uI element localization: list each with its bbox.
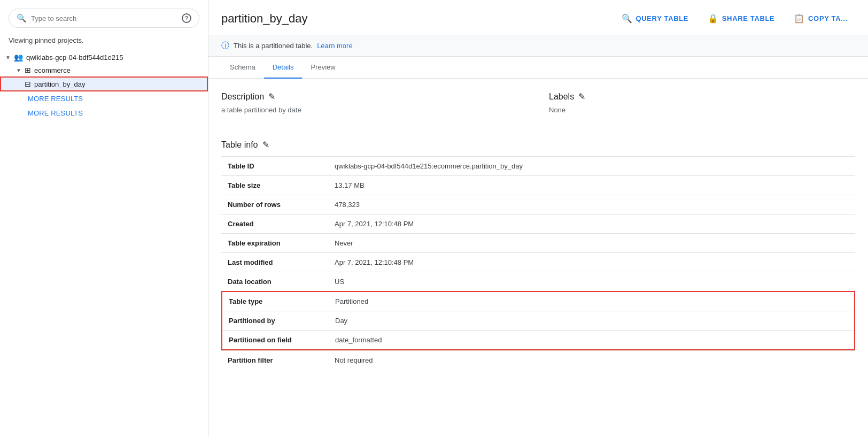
table-row: Partition filter Not required [221,351,855,370]
table-row: Created Apr 7, 2021, 12:10:48 PM [221,214,855,234]
table-row: Data location US [221,272,855,292]
more-results-2[interactable]: MORE RESULTS [0,106,208,120]
search-icon: 🔍 [17,13,27,23]
table-label: partition_by_day [34,80,85,88]
info-circle-icon: ⓘ [221,41,229,51]
table-type-value: Partitioned [329,292,855,311]
query-btn-label: QUERY TABLE [636,14,688,22]
partitioned-on-value: date_formatted [329,331,855,350]
main-content: partition_by_day 🔍 QUERY TABLE 🔒 SHARE T… [208,0,868,437]
after-partition-table: Partition filter Not required [221,350,855,370]
description-labels-row: Description ✎ a table partitioned by dat… [221,91,855,127]
header-actions: 🔍 QUERY TABLE 🔒 SHARE TABLE 📋 COPY TA... [614,10,855,27]
labels-section: Labels ✎ None [528,91,855,127]
num-rows-key: Number of rows [221,195,328,214]
created-value: Apr 7, 2021, 12:10:48 PM [328,214,855,234]
tab-details[interactable]: Details [264,57,303,79]
partitioned-by-key: Partitioned by [222,311,329,331]
table-row: Table expiration Never [221,234,855,253]
viewing-pinned-text: Viewing pinned projects. [0,36,208,51]
data-location-value: US [328,272,855,292]
data-location-key: Data location [221,272,328,292]
num-rows-value: 478,323 [328,195,855,214]
copy-btn-label: COPY TA... [808,14,848,22]
more-results-1[interactable]: MORE RESULTS [0,91,208,106]
labels-value: None [549,106,855,114]
table-id-key: Table ID [221,157,328,176]
sidebar: 🔍 ? Viewing pinned projects. ▼ 👥 qwiklab… [0,0,208,437]
table-type-key: Table type [222,292,329,311]
tree-project-item[interactable]: ▼ 👥 qwiklabs-gcp-04-bdf544d1e215 [0,51,208,64]
labels-edit-icon[interactable]: ✎ [578,91,585,102]
share-btn-label: SHARE TABLE [722,14,775,22]
description-edit-icon[interactable]: ✎ [268,91,275,102]
table-size-key: Table size [221,176,328,195]
partition-info-table: Table type Partitioned Partitioned by Da… [221,291,855,350]
table-size-value: 13.17 MB [328,176,855,195]
tab-preview[interactable]: Preview [302,57,344,79]
help-icon[interactable]: ? [182,13,191,23]
table-row: Number of rows 478,323 [221,195,855,214]
table-id-value: qwiklabs-gcp-04-bdf544d1e215:ecommerce.p… [328,157,855,176]
dataset-label: ecommerce [34,66,71,74]
search-bar: 🔍 ? [9,9,199,28]
dataset-arrow-icon: ▼ [15,67,22,73]
created-key: Created [221,214,328,234]
project-arrow-icon: ▼ [4,55,12,60]
partitioned-on-key: Partitioned on field [222,331,329,350]
table-info-section: Table info ✎ Table ID qwiklabs-gcp-04-bd… [221,140,855,370]
project-icon: 👥 [14,53,23,62]
table-info-table: Table ID qwiklabs-gcp-04-bdf544d1e215:ec… [221,156,855,291]
expiration-key: Table expiration [221,234,328,253]
labels-header: Labels ✎ [549,91,855,102]
labels-title: Labels [549,92,574,102]
dataset-icon: ⊞ [25,66,31,74]
learn-more-link[interactable]: Learn more [317,42,352,50]
query-table-button[interactable]: 🔍 QUERY TABLE [614,10,696,27]
description-section: Description ✎ a table partitioned by dat… [221,91,528,127]
table-row: Table ID qwiklabs-gcp-04-bdf544d1e215:ec… [221,157,855,176]
table-row: Last modified Apr 7, 2021, 12:10:48 PM [221,253,855,272]
search-input[interactable] [31,14,177,22]
tree-table-item[interactable]: ⊟ partition_by_day [0,76,208,91]
project-label: qwiklabs-gcp-04-bdf544d1e215 [26,53,123,62]
share-table-button[interactable]: 🔒 SHARE TABLE [700,10,782,27]
table-row: Partitioned by Day [222,311,855,331]
content-area: ⓘ This is a partitioned table. Learn mor… [208,35,868,437]
table-info-title: Table info [221,140,258,150]
partitioned-by-value: Day [329,311,855,331]
partition-filter-value: Not required [328,351,855,370]
share-icon: 🔒 [708,13,719,24]
main-header: partition_by_day 🔍 QUERY TABLE 🔒 SHARE T… [208,0,868,35]
table-info-edit-icon[interactable]: ✎ [262,140,269,150]
table-row: Table type Partitioned [222,292,855,311]
description-title: Description [221,92,264,102]
last-modified-key: Last modified [221,253,328,272]
table-row: Partitioned on field date_formatted [222,331,855,350]
table-row: Table size 13.17 MB [221,176,855,195]
details-content: Description ✎ a table partitioned by dat… [208,79,868,393]
last-modified-value: Apr 7, 2021, 12:10:48 PM [328,253,855,272]
table-icon: ⊟ [25,80,31,88]
copy-icon: 📋 [794,13,805,24]
description-value: a table partitioned by date [221,106,528,114]
tab-schema[interactable]: Schema [221,57,264,79]
page-title: partition_by_day [221,12,606,26]
description-header: Description ✎ [221,91,528,102]
query-icon: 🔍 [622,13,633,24]
table-info-header: Table info ✎ [221,140,855,150]
tabs-bar: Schema Details Preview [208,57,868,79]
banner-text: This is a partitioned table. [234,42,313,50]
tree-dataset-item[interactable]: ▼ ⊞ ecommerce [0,64,208,76]
copy-table-button[interactable]: 📋 COPY TA... [786,10,855,27]
info-banner: ⓘ This is a partitioned table. Learn mor… [208,35,868,57]
expiration-value: Never [328,234,855,253]
partition-filter-key: Partition filter [221,351,328,370]
